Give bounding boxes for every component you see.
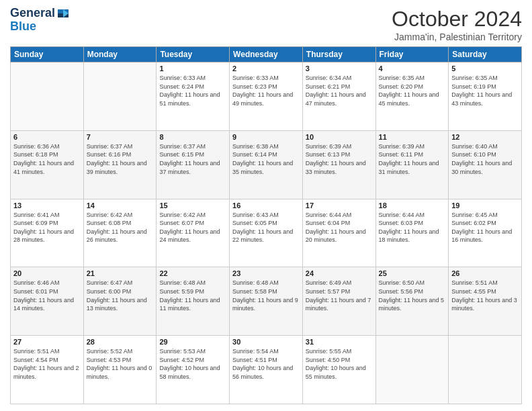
table-row	[11, 62, 84, 131]
day-number: 22	[159, 269, 226, 277]
day-number: 3	[306, 64, 373, 73]
table-row: 4Sunrise: 6:35 AM Sunset: 6:20 PM Daylig…	[375, 62, 449, 131]
day-info: Sunrise: 5:53 AM Sunset: 4:52 PM Dayligh…	[159, 347, 226, 381]
day-number: 20	[13, 269, 81, 277]
day-info: Sunrise: 6:46 AM Sunset: 6:01 PM Dayligh…	[13, 279, 81, 312]
day-number: 25	[379, 269, 446, 277]
table-row: 24Sunrise: 6:49 AM Sunset: 5:57 PM Dayli…	[302, 267, 375, 336]
logo-blue: Blue	[10, 20, 36, 34]
day-info: Sunrise: 6:34 AM Sunset: 6:21 PM Dayligh…	[306, 74, 373, 107]
table-row: 21Sunrise: 6:47 AM Sunset: 6:00 PM Dayli…	[83, 267, 157, 336]
day-info: Sunrise: 6:40 AM Sunset: 6:10 PM Dayligh…	[451, 142, 519, 176]
day-number: 14	[87, 201, 154, 210]
day-info: Sunrise: 6:48 AM Sunset: 5:59 PM Dayligh…	[159, 279, 226, 312]
day-info: Sunrise: 5:51 AM Sunset: 4:54 PM Dayligh…	[13, 347, 81, 381]
day-info: Sunrise: 5:54 AM Sunset: 4:51 PM Dayligh…	[232, 347, 300, 381]
day-number: 10	[306, 133, 373, 141]
header: General Blue October 2024 Jamma'in, Pale…	[10, 7, 522, 42]
day-number: 23	[232, 269, 300, 277]
header-right: October 2024 Jamma'in, Palestinian Terri…	[392, 7, 522, 42]
col-sunday: Sunday	[11, 47, 84, 62]
day-number: 18	[379, 201, 446, 210]
day-number: 8	[159, 133, 226, 141]
calendar-week-row: 6Sunrise: 6:36 AM Sunset: 6:18 PM Daylig…	[11, 130, 522, 199]
day-number: 29	[159, 338, 226, 346]
table-row: 30Sunrise: 5:54 AM Sunset: 4:51 PM Dayli…	[230, 336, 303, 404]
day-number: 30	[232, 338, 300, 346]
table-row: 19Sunrise: 6:45 AM Sunset: 6:02 PM Dayli…	[449, 199, 522, 267]
table-row	[449, 336, 522, 404]
day-number: 6	[13, 133, 81, 141]
col-friday: Friday	[375, 47, 449, 62]
table-row: 29Sunrise: 5:53 AM Sunset: 4:52 PM Dayli…	[157, 336, 230, 404]
day-info: Sunrise: 6:35 AM Sunset: 6:20 PM Dayligh…	[379, 74, 446, 107]
day-info: Sunrise: 6:36 AM Sunset: 6:18 PM Dayligh…	[13, 142, 81, 176]
calendar-week-row: 27Sunrise: 5:51 AM Sunset: 4:54 PM Dayli…	[11, 336, 522, 404]
table-row: 15Sunrise: 6:42 AM Sunset: 6:07 PM Dayli…	[157, 199, 230, 267]
col-monday: Monday	[83, 47, 157, 62]
day-number: 11	[379, 133, 446, 141]
day-number: 15	[159, 201, 226, 210]
table-row: 11Sunrise: 6:39 AM Sunset: 6:11 PM Dayli…	[375, 130, 449, 199]
calendar: Sunday Monday Tuesday Wednesday Thursday…	[10, 46, 522, 404]
calendar-week-row: 20Sunrise: 6:46 AM Sunset: 6:01 PM Dayli…	[11, 267, 522, 336]
table-row: 7Sunrise: 6:37 AM Sunset: 6:16 PM Daylig…	[83, 130, 157, 199]
day-info: Sunrise: 6:37 AM Sunset: 6:15 PM Dayligh…	[159, 142, 226, 176]
day-number: 2	[232, 64, 300, 73]
table-row	[83, 62, 157, 131]
table-row: 10Sunrise: 6:39 AM Sunset: 6:13 PM Dayli…	[302, 130, 375, 199]
table-row: 31Sunrise: 5:55 AM Sunset: 4:50 PM Dayli…	[302, 336, 375, 404]
day-number: 12	[451, 133, 519, 141]
day-info: Sunrise: 6:43 AM Sunset: 6:05 PM Dayligh…	[232, 211, 300, 244]
table-row: 2Sunrise: 6:33 AM Sunset: 6:23 PM Daylig…	[230, 62, 303, 131]
logo: General Blue	[10, 7, 70, 34]
table-row	[375, 336, 449, 404]
day-number: 5	[451, 64, 519, 73]
table-row: 5Sunrise: 6:35 AM Sunset: 6:19 PM Daylig…	[449, 62, 522, 131]
day-info: Sunrise: 6:37 AM Sunset: 6:16 PM Dayligh…	[87, 142, 154, 176]
table-row: 6Sunrise: 6:36 AM Sunset: 6:18 PM Daylig…	[11, 130, 84, 199]
col-saturday: Saturday	[449, 47, 522, 62]
day-number: 9	[232, 133, 300, 141]
day-number: 19	[451, 201, 519, 210]
day-info: Sunrise: 6:49 AM Sunset: 5:57 PM Dayligh…	[306, 279, 373, 312]
table-row: 28Sunrise: 5:52 AM Sunset: 4:53 PM Dayli…	[83, 336, 157, 404]
day-info: Sunrise: 6:48 AM Sunset: 5:58 PM Dayligh…	[232, 279, 300, 312]
table-row: 8Sunrise: 6:37 AM Sunset: 6:15 PM Daylig…	[157, 130, 230, 199]
day-info: Sunrise: 6:50 AM Sunset: 5:56 PM Dayligh…	[379, 279, 446, 312]
table-row: 23Sunrise: 6:48 AM Sunset: 5:58 PM Dayli…	[230, 267, 303, 336]
calendar-header-row: Sunday Monday Tuesday Wednesday Thursday…	[11, 47, 522, 62]
page: General Blue October 2024 Jamma'in, Pale…	[0, 0, 532, 411]
day-number: 27	[13, 338, 81, 346]
day-number: 26	[451, 269, 519, 277]
day-info: Sunrise: 5:55 AM Sunset: 4:50 PM Dayligh…	[306, 347, 373, 381]
day-number: 28	[87, 338, 154, 346]
day-number: 4	[379, 64, 446, 73]
table-row: 9Sunrise: 6:38 AM Sunset: 6:14 PM Daylig…	[230, 130, 303, 199]
day-info: Sunrise: 6:47 AM Sunset: 6:00 PM Dayligh…	[87, 279, 154, 312]
table-row: 26Sunrise: 5:51 AM Sunset: 4:55 PM Dayli…	[449, 267, 522, 336]
table-row: 3Sunrise: 6:34 AM Sunset: 6:21 PM Daylig…	[302, 62, 375, 131]
day-info: Sunrise: 6:33 AM Sunset: 6:23 PM Dayligh…	[232, 74, 300, 107]
table-row: 17Sunrise: 6:44 AM Sunset: 6:04 PM Dayli…	[302, 199, 375, 267]
table-row: 13Sunrise: 6:41 AM Sunset: 6:09 PM Dayli…	[11, 199, 84, 267]
table-row: 25Sunrise: 6:50 AM Sunset: 5:56 PM Dayli…	[375, 267, 449, 336]
table-row: 1Sunrise: 6:33 AM Sunset: 6:24 PM Daylig…	[157, 62, 230, 131]
day-info: Sunrise: 5:52 AM Sunset: 4:53 PM Dayligh…	[87, 347, 154, 381]
table-row: 12Sunrise: 6:40 AM Sunset: 6:10 PM Dayli…	[449, 130, 522, 199]
day-info: Sunrise: 6:44 AM Sunset: 6:04 PM Dayligh…	[306, 211, 373, 244]
logo-general: General	[10, 7, 55, 20]
table-row: 27Sunrise: 5:51 AM Sunset: 4:54 PM Dayli…	[11, 336, 84, 404]
day-info: Sunrise: 6:38 AM Sunset: 6:14 PM Dayligh…	[232, 142, 300, 176]
table-row: 22Sunrise: 6:48 AM Sunset: 5:59 PM Dayli…	[157, 267, 230, 336]
day-info: Sunrise: 6:33 AM Sunset: 6:24 PM Dayligh…	[159, 74, 226, 107]
day-info: Sunrise: 6:42 AM Sunset: 6:08 PM Dayligh…	[87, 211, 154, 244]
day-info: Sunrise: 5:51 AM Sunset: 4:55 PM Dayligh…	[451, 279, 519, 312]
day-info: Sunrise: 6:42 AM Sunset: 6:07 PM Dayligh…	[159, 211, 226, 244]
day-number: 31	[306, 338, 373, 346]
day-number: 1	[159, 64, 226, 73]
calendar-week-row: 13Sunrise: 6:41 AM Sunset: 6:09 PM Dayli…	[11, 199, 522, 267]
day-info: Sunrise: 6:39 AM Sunset: 6:13 PM Dayligh…	[306, 142, 373, 176]
table-row: 16Sunrise: 6:43 AM Sunset: 6:05 PM Dayli…	[230, 199, 303, 267]
day-info: Sunrise: 6:41 AM Sunset: 6:09 PM Dayligh…	[13, 211, 81, 244]
